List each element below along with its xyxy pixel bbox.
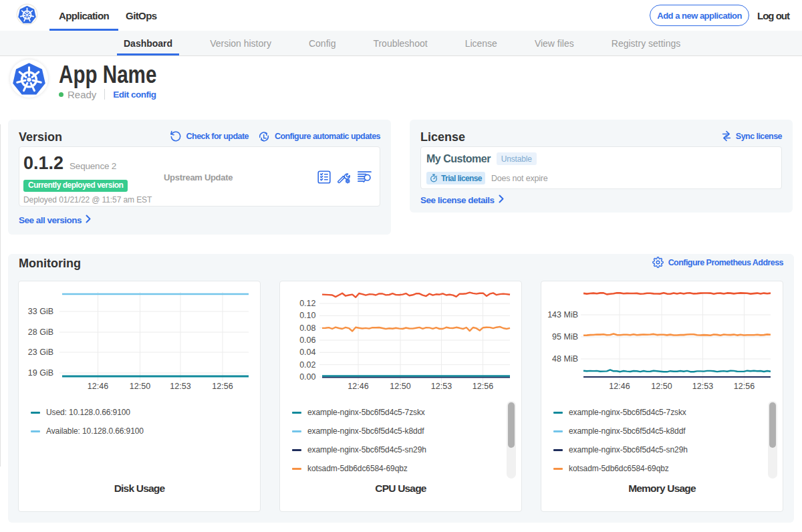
- svg-text:0.06: 0.06: [299, 336, 315, 345]
- svg-text:12:56: 12:56: [734, 382, 755, 391]
- svg-text:12:46: 12:46: [348, 382, 368, 391]
- svg-text:12:46: 12:46: [88, 382, 108, 391]
- svg-text:143 MiB: 143 MiB: [547, 310, 578, 319]
- svg-text:33 GiB: 33 GiB: [28, 307, 53, 316]
- svg-text:12:56: 12:56: [473, 382, 493, 391]
- svg-text:0.02: 0.02: [299, 360, 315, 370]
- svg-text:95 MiB: 95 MiB: [552, 332, 578, 342]
- svg-text:12:50: 12:50: [651, 382, 672, 391]
- svg-text:28 GiB: 28 GiB: [28, 327, 53, 337]
- svg-text:19 GiB: 19 GiB: [28, 368, 53, 378]
- svg-text:48 MiB: 48 MiB: [552, 354, 578, 364]
- svg-text:0.00: 0.00: [299, 372, 315, 382]
- svg-text:0.08: 0.08: [299, 323, 315, 333]
- svg-text:0.04: 0.04: [299, 348, 315, 357]
- svg-text:12:56: 12:56: [212, 382, 233, 391]
- svg-text:0.12: 0.12: [299, 299, 315, 308]
- svg-text:23 GiB: 23 GiB: [28, 348, 53, 357]
- svg-text:12:50: 12:50: [390, 382, 410, 391]
- svg-text:12:46: 12:46: [609, 382, 630, 391]
- svg-text:12:50: 12:50: [130, 382, 150, 391]
- svg-text:12:53: 12:53: [692, 382, 713, 391]
- svg-text:12:53: 12:53: [431, 382, 452, 391]
- svg-text:12:53: 12:53: [170, 382, 190, 391]
- svg-text:0.10: 0.10: [299, 311, 315, 320]
